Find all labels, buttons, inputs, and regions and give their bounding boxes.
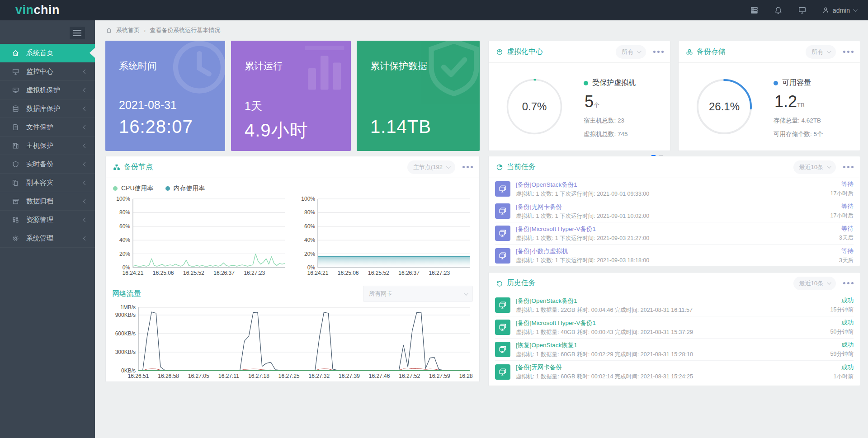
sidebar-item-home[interactable]: 系统首页 [0,44,95,62]
monitor-icon[interactable] [798,6,807,14]
archive-box-icon [12,198,19,205]
task-status: 等待 [839,247,854,255]
unit: TB [797,102,805,108]
svg-text:16:27:23: 16:27:23 [429,270,450,276]
sidebar-collapse-button[interactable] [70,27,85,39]
user-menu[interactable]: admin [822,6,856,14]
recent-dropdown[interactable]: 最近10条 [793,160,836,174]
monitor-center-icon [12,68,19,75]
task-status: 成功 [830,319,854,327]
legend-dot [774,81,778,85]
task-name[interactable]: [备份]Microsoft Hyper-V备份1 [516,226,596,232]
task-name[interactable]: [备份]OpenStack备份1 [516,181,577,188]
task-detail: 虚拟机: 1 次数: 1 下次运行时间: 2021-09-01 10:02:00 [516,212,830,220]
panel-title-text: 虚拟化中心 [507,47,543,57]
panel-title: 虚拟化中心 [496,47,543,57]
card-time: 16:28:07 [119,117,225,137]
more-menu[interactable] [653,51,664,53]
sidebar-item-db-protection[interactable]: 数据库保护 [0,99,95,118]
task-detail: 虚拟机: 1 数据量: 22GB 耗时: 00:04:46 完成时间: 2021… [516,306,830,314]
filter-dropdown[interactable]: 所有 [806,45,836,59]
chevron-down-icon [827,49,831,53]
database-icon [12,105,19,113]
svg-text:80%: 80% [304,209,315,216]
svg-text:16:25:06: 16:25:06 [338,270,359,276]
task-status: 成功 [834,363,854,372]
svg-text:20%: 20% [304,251,315,257]
task-detail: 虚拟机: 1 次数: 1 下次运行时间: 2021-09-03 18:18:00 [516,257,839,264]
svg-text:16:24:21: 16:24:21 [307,270,329,276]
panel-title: 历史任务 [496,278,536,288]
panel-title: 备份节点 [113,162,153,172]
filter-dropdown[interactable]: 所有 [616,45,646,59]
task-time: 50分钟前 [830,328,854,336]
node-dropdown[interactable]: 主节点(192 [407,160,455,174]
chevron-left-icon [83,69,88,74]
more-menu[interactable] [843,166,854,168]
task-name[interactable]: [备份]无网卡备份 [516,203,562,210]
svg-text:16:27:11: 16:27:11 [218,373,239,379]
task-status: 等待 [830,203,854,211]
sidebar-item-resource-mgmt[interactable]: 资源管理 [0,211,95,229]
task-row: [备份]OpenStack备份1虚拟机: 1 次数: 1 下次运行时间: 202… [495,178,854,200]
sidebar-item-replica-dr[interactable]: 副本容灾 [0,174,95,192]
server-stack-icon[interactable] [750,6,759,14]
history-tasks-panel: 历史任务 最近10条 [备份]OpenStack备份1虚拟机: 1 数据量: 2… [488,272,860,386]
task-detail: 虚拟机: 1 数据量: 60GB 耗时: 00:02:14 完成时间: 2021… [516,373,834,381]
sidebar-item-label: 虚拟机保护 [26,86,60,94]
chevron-down-icon [637,49,642,53]
task-name[interactable]: [备份]OpenStack备份1 [516,297,577,304]
sidebar-item-file-protection[interactable]: 文件保护 [0,118,95,137]
more-menu[interactable] [843,51,854,53]
chevron-down-icon [446,164,451,169]
more-menu[interactable] [462,166,473,168]
svg-text:16:25:52: 16:25:52 [183,270,204,276]
logo-vin: vin [15,3,34,17]
svg-text:16:27:23: 16:27:23 [244,270,265,276]
chevron-left-icon [83,217,88,222]
sidebar-item-data-archive[interactable]: 数据归档 [0,192,95,211]
sidebar: 系统首页 监控中心 虚拟机保护 数据库保护 文件保护 主机保护 实时备份 [0,20,95,438]
svg-text:16:27:52: 16:27:52 [399,373,420,379]
svg-text:60%: 60% [304,223,315,230]
task-time: 3天后 [839,234,854,242]
sidebar-item-host-protection[interactable]: 主机保护 [0,137,95,155]
sidebar-item-monitor-center[interactable]: 监控中心 [0,62,95,81]
shield-check-watermark-icon [420,41,480,102]
breadcrumb-home[interactable]: 系统首页 [116,26,140,34]
protected-vm-donut: 0.7% [505,77,564,136]
sidebar-item-realtime-backup[interactable]: 实时备份 [0,155,95,174]
storage-cluster-icon [686,48,693,56]
task-detail: 虚拟机: 1 数据量: 40GB 耗时: 00:00:43 完成时间: 2021… [516,329,830,336]
task-name[interactable]: [备份]小数点虚拟机 [516,248,568,254]
vm-task-icon [495,226,510,241]
task-status: 成功 [830,297,854,305]
task-name[interactable]: [恢复]OpenStack恢复1 [516,342,577,349]
task-detail: 虚拟机: 1 次数: 1 下次运行时间: 2021-09-01 09:33:00 [516,190,830,198]
chevron-left-icon [83,88,88,92]
home-icon [106,27,112,33]
sidebar-item-vm-protection[interactable]: 虚拟机保护 [0,81,95,99]
svg-text:80%: 80% [119,209,130,216]
clock-watermark-icon [165,41,225,102]
task-name[interactable]: [备份]无网卡备份 [516,364,562,371]
svg-text:100%: 100% [116,196,130,202]
sidebar-item-label: 资源管理 [26,216,53,224]
svg-text:16:25:06: 16:25:06 [153,270,174,276]
sidebar-item-system-mgmt[interactable]: 系统管理 [0,229,95,248]
recent-dropdown[interactable]: 最近10条 [793,277,836,290]
host-icon [12,142,19,150]
sidebar-item-label: 系统首页 [26,49,53,57]
panel-title: 当前任务 [496,162,536,172]
vm-task-icon [495,297,510,313]
task-row: [备份]Microsoft Hyper-V备份1虚拟机: 1 次数: 1 下次运… [495,222,854,245]
svg-text:16:27:59: 16:27:59 [429,373,450,379]
task-status: 等待 [830,180,854,188]
nic-dropdown[interactable]: 所有网卡 [363,286,473,302]
task-name[interactable]: [备份]Microsoft Hyper-V备份1 [516,320,596,326]
panel-title-text: 备份节点 [124,162,153,172]
notifications-bell-icon[interactable] [774,6,783,14]
more-menu[interactable] [843,282,854,284]
home-icon [12,49,19,57]
backup-node-panel: 备份节点 主节点(192 CPU使用率 内存使用率 0%20%40%60%80%… [105,156,480,382]
